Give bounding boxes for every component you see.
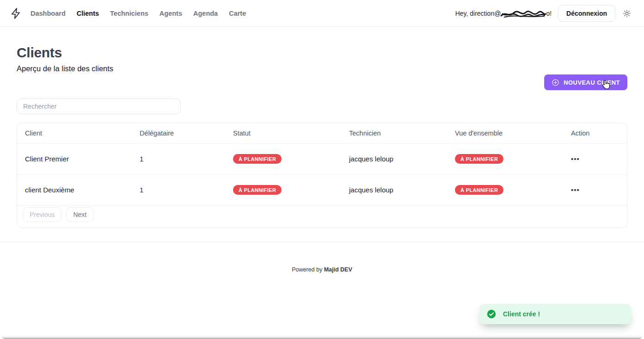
greeting-prefix: Hey, direction@ [455, 10, 501, 17]
page-subtitle: Aperçu de la liste des clients [17, 64, 627, 73]
toast-message: Client crée ! [503, 310, 540, 318]
logout-button[interactable]: Déconnexion [558, 5, 615, 22]
nav-item-agents[interactable]: Agents [159, 10, 182, 17]
cell-statut: À PLANNIFIER [225, 143, 341, 174]
clients-table: Client Délégataire Statut Technicien Vue… [17, 123, 627, 206]
brand-name: Majid DEV [324, 266, 352, 273]
cell-statut: À PLANNIFIER [225, 174, 341, 205]
check-circle-icon [487, 309, 496, 319]
cell-vue-densemble: À PLANNIFIER [447, 174, 563, 205]
ellipsis-action[interactable]: ••• [571, 155, 580, 163]
cell-technicien: jacques leloup [341, 174, 447, 205]
status-badge: À PLANNIFIER [455, 154, 503, 164]
next-button[interactable]: Next [66, 207, 93, 222]
sun-icon[interactable] [623, 9, 631, 18]
footer: Powered by Majid DEV [0, 266, 644, 273]
col-header-technicien: Technicien [341, 123, 447, 143]
clients-table-card: Client Délégataire Statut Technicien Vue… [17, 123, 627, 228]
top-navbar: Dashboard Clients Techniciens Agents Age… [0, 0, 644, 27]
table-row: Client Premier 1 À PLANNIFIER jacques le… [17, 143, 627, 174]
col-header-action: Action [563, 123, 627, 143]
table-header-row: Client Délégataire Statut Technicien Vue… [17, 123, 627, 143]
powered-by-text: Powered by [292, 266, 324, 273]
window-bottom-edge [1, 335, 643, 339]
status-badge: À PLANNIFIER [233, 185, 282, 195]
zap-logo-icon [10, 7, 22, 19]
cell-vue-densemble: À PLANNIFIER [447, 143, 563, 174]
nav-left: Dashboard Clients Techniciens Agents Age… [7, 7, 246, 19]
main-content: Clients Aperçu de la liste des clients N… [0, 27, 644, 228]
cell-action: ••• [563, 174, 627, 205]
new-client-button[interactable]: NOUVEAU CLIENT [544, 74, 627, 90]
col-header-statut: Statut [225, 123, 341, 143]
table-row: client Deuxième 1 À PLANNIFIER jacques l… [17, 174, 627, 205]
ellipsis-action[interactable]: ••• [571, 186, 580, 194]
search-input[interactable] [17, 99, 181, 114]
col-header-vue-densemble: Vue d'ensemble [447, 123, 563, 143]
nav-item-dashboard[interactable]: Dashboard [31, 10, 66, 17]
plus-circle-icon [552, 79, 559, 86]
nav-item-techniciens[interactable]: Techniciens [110, 10, 148, 17]
cell-technicien: jacques leloup [341, 143, 447, 174]
nav-item-carte[interactable]: Carte [229, 10, 246, 17]
status-badge: À PLANNIFIER [455, 185, 503, 195]
main-nav: Dashboard Clients Techniciens Agents Age… [31, 10, 246, 17]
page-title: Clients [17, 45, 627, 61]
actions-row: NOUVEAU CLIENT [17, 74, 627, 90]
redaction-scribble [500, 10, 547, 19]
cell-client: client Deuxième [17, 174, 132, 205]
col-header-delegataire: Délégataire [132, 123, 225, 143]
status-badge: À PLANNIFIER [233, 154, 282, 164]
pagination: Previous Next [17, 206, 627, 228]
cell-client: Client Premier [17, 143, 132, 174]
nav-right: Hey, direction@ o! Déconnexion [455, 5, 631, 22]
new-client-label: NOUVEAU CLIENT [564, 79, 620, 86]
previous-button[interactable]: Previous [23, 207, 61, 222]
toast-success: Client crée ! [479, 304, 631, 324]
user-greeting: Hey, direction@ o! [455, 9, 552, 18]
nav-item-clients[interactable]: Clients [77, 10, 99, 17]
cell-action: ••• [563, 143, 627, 174]
nav-item-agenda[interactable]: Agenda [193, 10, 218, 17]
footer-divider [0, 242, 644, 242]
cell-delegataire: 1 [132, 143, 225, 174]
cell-delegataire: 1 [132, 174, 225, 205]
col-header-client: Client [17, 123, 132, 143]
